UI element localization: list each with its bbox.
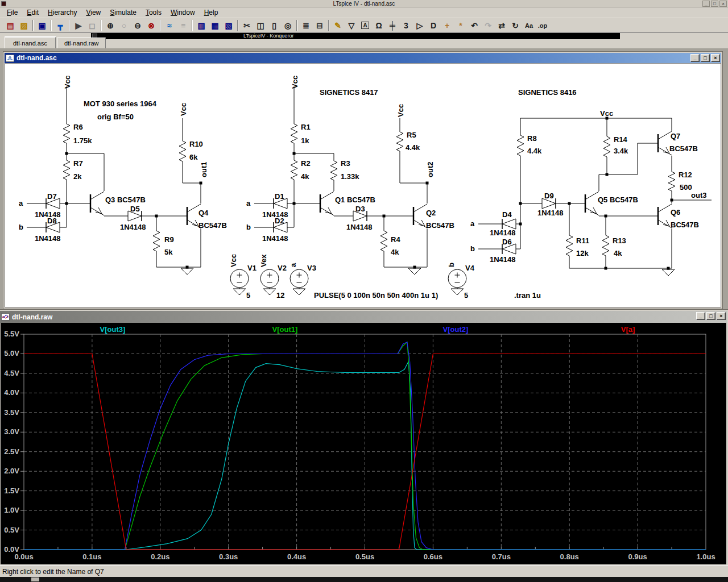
- new-schematic-icon[interactable]: ▤: [3, 19, 17, 32]
- component-icon[interactable]: D: [427, 19, 440, 32]
- transistor-Q6[interactable]: Q6BC547B: [658, 204, 699, 229]
- waveform-minimize-button[interactable]: _: [696, 312, 705, 320]
- copy-icon[interactable]: ◫: [254, 19, 267, 32]
- resistor-R5[interactable]: R54.4k: [396, 131, 420, 152]
- menu-file[interactable]: File: [2, 7, 22, 18]
- zoom-in-icon[interactable]: ⊕: [104, 19, 117, 32]
- voltage-source-V4[interactable]: bV45: [447, 263, 475, 300]
- diode-D3[interactable]: D31N4148: [346, 205, 373, 231]
- ground-symbol[interactable]: [233, 289, 246, 295]
- spice-directive-icon[interactable]: .op: [536, 19, 549, 32]
- resistor-R4[interactable]: R44k: [380, 231, 400, 256]
- paste-icon[interactable]: ▯: [267, 19, 281, 32]
- waveform-maximize-button[interactable]: □: [706, 312, 715, 320]
- zoom-full-icon[interactable]: ⊗: [144, 19, 158, 32]
- print-preview-icon[interactable]: ⊟: [313, 19, 326, 32]
- resistor-R11[interactable]: R1112k: [566, 235, 589, 257]
- schematic-window-titlebar[interactable]: dtl-nand.asc _□×: [5, 53, 721, 63]
- run-icon[interactable]: ▶: [72, 19, 85, 32]
- ground-symbol[interactable]: [263, 289, 276, 295]
- legend-V[out2][interactable]: V[out2]: [443, 325, 469, 334]
- legend-V[out3][interactable]: V[out3]: [100, 325, 126, 334]
- inductor-icon[interactable]: 3: [399, 19, 413, 32]
- diode-D1[interactable]: D11N4148: [262, 192, 288, 219]
- diode-D2[interactable]: D21N4148: [262, 217, 288, 243]
- schematic-maximize-button[interactable]: □: [701, 54, 710, 62]
- voltage-source-V2[interactable]: VexV212: [259, 254, 287, 300]
- tab-dtl-nand.asc[interactable]: dtl-nand.asc: [5, 37, 56, 49]
- resistor-R10[interactable]: R106k: [179, 140, 203, 161]
- resistor-R1[interactable]: R11k: [291, 123, 311, 145]
- control-panel-icon[interactable]: ┳: [53, 19, 67, 32]
- ground-symbol[interactable]: [662, 269, 675, 276]
- diode-D8[interactable]: D81N4148: [35, 217, 61, 243]
- schematic-minimize-button[interactable]: _: [690, 54, 700, 62]
- print-icon[interactable]: ≣: [299, 19, 313, 32]
- resistor-R6[interactable]: R61.75k: [63, 123, 92, 145]
- save-icon[interactable]: ▣: [35, 19, 49, 32]
- legend-V[out1][interactable]: V[out1]: [272, 325, 298, 334]
- mirror-icon[interactable]: ⇄: [495, 19, 508, 32]
- find-icon[interactable]: ◎: [281, 19, 295, 32]
- resistor-R13[interactable]: R134k: [602, 235, 626, 257]
- waveform-plot-area[interactable]: 5.5V5.0V4.5V4.0V3.5V3.0V2.5V2.0V1.5V1.0V…: [1, 323, 726, 564]
- main-close-button[interactable]: ×: [719, 1, 727, 7]
- legend-V[a][interactable]: V[a]: [621, 325, 635, 334]
- tile-horizontal-icon[interactable]: ▥: [195, 19, 208, 32]
- schematic-canvas[interactable]: R61.75kR72kR95kR106kR11kR24kR31.33kR44kR…: [5, 63, 721, 307]
- move-icon[interactable]: +: [440, 19, 454, 32]
- menu-tools[interactable]: Tools: [141, 7, 166, 18]
- resistor-R8[interactable]: R84.4k: [517, 134, 542, 156]
- net-label-icon[interactable]: A: [358, 19, 372, 32]
- halt-icon[interactable]: ◻: [85, 19, 99, 32]
- cascade-windows-icon[interactable]: ▧: [222, 19, 235, 32]
- menu-simulate[interactable]: Simulate: [105, 7, 141, 18]
- waveform-plot[interactable]: 5.5V5.0V4.5V4.0V3.5V3.0V2.5V2.0V1.5V1.0V…: [1, 323, 726, 564]
- resistor-R2[interactable]: R24k: [291, 159, 311, 181]
- main-maximize-button[interactable]: □: [711, 1, 718, 7]
- menu-help[interactable]: Help: [200, 7, 223, 18]
- diode-D5[interactable]: D51N4148: [120, 205, 146, 231]
- transistor-Q2[interactable]: Q2BC547B: [413, 204, 454, 230]
- tile-vertical-icon[interactable]: ▦: [208, 19, 222, 32]
- open-file-icon[interactable]: ▨: [17, 19, 31, 32]
- waveform-close-button[interactable]: ×: [717, 312, 726, 320]
- drag-icon[interactable]: *: [454, 19, 468, 32]
- menu-view[interactable]: View: [81, 7, 105, 18]
- resistor-R14[interactable]: R143.4k: [603, 135, 628, 157]
- diode-D9[interactable]: D91N4148: [537, 192, 564, 217]
- resistor-R9[interactable]: R95k: [153, 231, 174, 256]
- waveform-window-titlebar[interactable]: dtl-nand.raw _□×: [0, 311, 727, 323]
- ground-icon[interactable]: ▽: [345, 19, 358, 32]
- zoom-out-icon[interactable]: ⊖: [131, 19, 144, 32]
- cut-icon[interactable]: ✂: [240, 19, 254, 32]
- undo-icon[interactable]: ↶: [468, 19, 481, 32]
- menu-window[interactable]: Window: [166, 7, 200, 18]
- resistor-R7[interactable]: R72k: [63, 159, 83, 181]
- wire-icon[interactable]: ✎: [331, 19, 345, 32]
- ground-symbol[interactable]: [293, 289, 305, 295]
- zoom-back-icon[interactable]: ○: [117, 19, 131, 32]
- diode-D7[interactable]: D71N4148: [35, 192, 61, 219]
- waveform-view-icon[interactable]: ≈: [163, 19, 176, 32]
- resistor-R3[interactable]: R31.33k: [330, 159, 359, 181]
- resistor-icon[interactable]: Ω: [372, 19, 386, 32]
- transistor-Q4[interactable]: Q4BC547B: [187, 204, 227, 230]
- menu-edit[interactable]: Edit: [22, 7, 43, 18]
- tab-dtl-nand.raw[interactable]: dtl-nand.raw: [57, 38, 106, 48]
- transistor-Q7[interactable]: Q7BC547B: [658, 131, 698, 155]
- capacitor-icon[interactable]: ╪: [386, 19, 399, 32]
- main-minimize-button[interactable]: _: [702, 1, 710, 7]
- spice-netlist-icon[interactable]: ≡: [176, 19, 190, 32]
- background-window-titlebar[interactable]: LTspiceIV - Konqueror: [91, 33, 620, 39]
- redo-icon[interactable]: ↷: [481, 19, 495, 32]
- ground-symbol[interactable]: [181, 268, 193, 275]
- diode-D6[interactable]: D61N4148: [490, 238, 517, 264]
- schematic-drawing[interactable]: R61.75kR72kR95kR106kR11kR24kR31.33kR44kR…: [5, 64, 721, 307]
- text-tool-icon[interactable]: Aa: [522, 19, 536, 32]
- menu-hierarchy[interactable]: Hierarchy: [43, 7, 81, 18]
- diode-icon[interactable]: ▷: [413, 19, 427, 32]
- ground-symbol[interactable]: [408, 268, 421, 275]
- transistor-Q5[interactable]: Q5 BC547B: [585, 192, 638, 215]
- resistor-R12[interactable]: R12500: [668, 171, 692, 192]
